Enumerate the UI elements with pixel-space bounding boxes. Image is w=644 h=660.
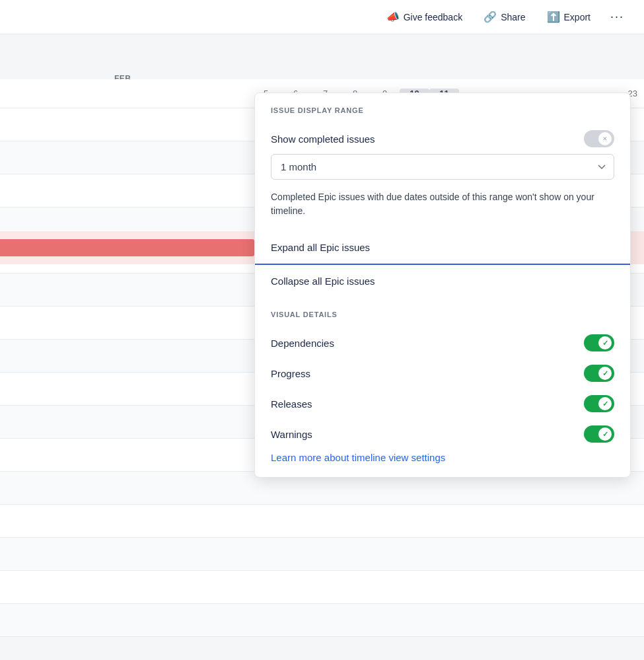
calendar-row <box>0 505 644 538</box>
progress-row: Progress <box>271 358 614 388</box>
dependencies-label: Dependencies <box>271 338 334 349</box>
share-label: Share <box>501 12 525 22</box>
expand-all-epics-button[interactable]: Expand all Epic issues <box>255 231 630 265</box>
help-text: Completed Epic issues with due dates out… <box>271 190 614 218</box>
more-options-button[interactable]: ··· <box>604 6 631 28</box>
visual-details-section: VISUAL DETAILS Dependencies Progress Rel… <box>255 297 630 477</box>
warnings-toggle[interactable] <box>584 425 614 443</box>
give-feedback-label: Give feedback <box>404 12 463 22</box>
dependencies-row: Dependencies <box>271 328 614 358</box>
progress-label: Progress <box>271 368 310 379</box>
more-icon: ··· <box>610 10 624 23</box>
releases-row: Releases <box>271 388 614 419</box>
visual-details-title: VISUAL DETAILS <box>271 311 614 318</box>
megaphone-icon: 📣 <box>386 11 400 23</box>
warnings-row: Warnings <box>271 419 614 449</box>
progress-toggle[interactable] <box>584 365 614 382</box>
calendar-row <box>0 571 644 604</box>
settings-panel: ISSUE DISPLAY RANGE Show completed issue… <box>254 92 631 478</box>
red-bar <box>0 239 254 256</box>
calendar-row <box>0 538 644 571</box>
toolbar: 📣 Give feedback 🔗 Share ⬆️ Export ··· <box>0 0 644 34</box>
releases-label: Releases <box>271 398 312 410</box>
issue-display-range-title: ISSUE DISPLAY RANGE <box>271 106 614 114</box>
show-completed-label: Show completed issues <box>271 133 375 145</box>
give-feedback-button[interactable]: 📣 Give feedback <box>378 7 471 27</box>
export-icon: ⬆️ <box>547 11 560 23</box>
share-button[interactable]: 🔗 Share <box>476 7 533 27</box>
calendar-row <box>0 604 644 637</box>
time-range-dropdown[interactable]: 1 month 2 months 3 months 6 months <box>271 154 614 180</box>
collapse-all-epics-button[interactable]: Collapse all Epic issues <box>255 265 630 297</box>
share-icon: 🔗 <box>483 11 497 23</box>
export-label: Export <box>564 12 590 22</box>
export-button[interactable]: ⬆️ Export <box>539 7 598 27</box>
show-completed-toggle[interactable] <box>584 130 614 147</box>
show-completed-row: Show completed issues <box>271 124 614 154</box>
warnings-label: Warnings <box>271 429 312 440</box>
issue-display-range-section: ISSUE DISPLAY RANGE Show completed issue… <box>255 93 630 231</box>
dependencies-toggle[interactable] <box>584 334 614 351</box>
epic-actions-section: Expand all Epic issues Collapse all Epic… <box>255 231 630 297</box>
learn-more-link[interactable]: Learn more about timeline view settings <box>271 452 445 463</box>
releases-toggle[interactable] <box>584 395 614 412</box>
